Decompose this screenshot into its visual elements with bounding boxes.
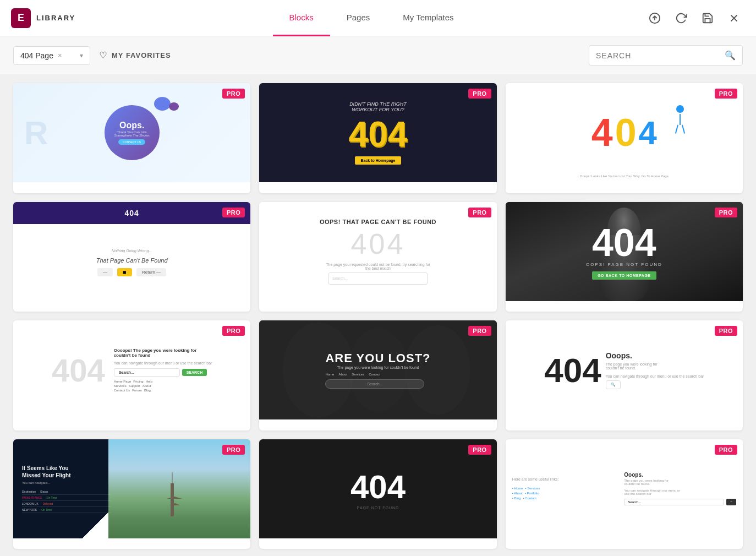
search-icon: 🔍	[725, 50, 736, 61]
pro-badge: PRO	[468, 208, 491, 217]
pro-badge: PRO	[222, 208, 245, 217]
card2-headline: DIDN'T FIND THE RIGHTWORKOUT FOR YOU?	[349, 101, 407, 112]
pro-badge: PRO	[222, 89, 245, 99]
card7-sub: You can navigate through our menu or use…	[114, 361, 212, 365]
card6-oops-text: OOPS! PAGE NOT FOUND	[586, 262, 662, 267]
card12-go-btn: →	[726, 499, 736, 505]
card2-back-button: Back to Homepage	[355, 156, 401, 165]
card11-sub: PAGE NOT FOUND	[357, 506, 399, 510]
tab-pages[interactable]: Pages	[330, 0, 387, 36]
template-card-3[interactable]: 4 0 4 Ooops! Looks Like You've Lost Your…	[506, 83, 743, 193]
template-card-4[interactable]: 404 Nothing Going Wrong... That Page Can…	[13, 202, 250, 312]
tab-my-templates[interactable]: My Templates	[386, 0, 470, 36]
card12-title: Ooops.	[624, 472, 736, 478]
card3-zero: 0	[615, 111, 637, 155]
card10-title: It Seems Like YouMissed Your Flight	[22, 465, 111, 479]
tab-bar: Blocks Pages My Templates	[110, 0, 633, 36]
card4-subtitle: Nothing Going Wrong...	[112, 249, 152, 253]
card4-btn3: Return —	[136, 268, 166, 276]
template-card-5[interactable]: OOPS! THAT PAGE CAN'T BE FOUND 404 The p…	[259, 202, 496, 312]
filter-label: 404 Page	[20, 51, 53, 60]
heart-icon: ♡	[99, 50, 107, 61]
card7-search-input: Search...	[114, 368, 180, 377]
filter-chevron-icon: ▾	[80, 52, 83, 59]
filter-clear-button[interactable]: ×	[58, 51, 62, 59]
card2-big-number: 404	[349, 117, 408, 152]
card4-header: 404	[13, 202, 250, 224]
card3-four-right: 4	[639, 114, 657, 152]
favorites-label: MY FAVORITES	[112, 51, 171, 59]
template-card-1[interactable]: R Oops. Thank You Can LikeSomewhere The …	[13, 83, 250, 193]
card12-here: Here are some useful links:	[512, 477, 618, 481]
card7-big-number: 404	[52, 352, 105, 389]
template-card-9[interactable]: 404 Ooops. The page you were looking for…	[506, 320, 743, 430]
card8-search-bar: Search...	[325, 379, 424, 389]
pro-badge: PRO	[715, 89, 737, 99]
card9-ooops: Ooops.	[606, 351, 704, 360]
pro-badge: PRO	[468, 89, 491, 99]
pro-badge: PRO	[222, 326, 245, 336]
card5-subtitle: The page you requested could not be foun…	[323, 263, 433, 270]
upload-button[interactable]	[646, 9, 664, 27]
search-area: 🔍	[589, 45, 743, 66]
header-actions	[633, 9, 756, 27]
template-card-12[interactable]: Here are some useful links: • Home• Serv…	[506, 439, 743, 549]
pro-badge: PRO	[715, 445, 737, 455]
card10-sub: You can navigate...	[22, 481, 111, 484]
card1-circle: Oops. Thank You Can LikeSomewhere The Sh…	[105, 105, 160, 160]
card3-four-left: 4	[591, 111, 613, 155]
category-filter-dropdown[interactable]: 404 Page × ▾	[13, 46, 90, 65]
card8-subtitle: The page you were looking for couldn't b…	[325, 366, 430, 369]
card11-big-number: 404	[350, 468, 406, 506]
toolbar: 404 Page × ▾ ♡ MY FAVORITES 🔍	[0, 36, 756, 74]
pro-badge: PRO	[715, 326, 737, 336]
template-card-7[interactable]: 404 Oooops! The page you were looking fo…	[13, 320, 250, 430]
save-button[interactable]	[699, 9, 716, 27]
refresh-button[interactable]	[672, 9, 690, 27]
card12-sub2: You can navigate through our menu oruse …	[624, 489, 736, 495]
template-card-8[interactable]: ARE YOU LOST? The page you were looking …	[259, 320, 496, 430]
search-input[interactable]	[596, 51, 720, 60]
tab-blocks[interactable]: Blocks	[273, 0, 330, 36]
card6-homepage-btn: GO BACK TO HOMEPAGE	[592, 271, 656, 280]
card5-big-number: 404	[351, 227, 406, 260]
card12-search-input: Search...	[624, 499, 724, 505]
card5-heading: OOPS! THAT PAGE CAN'T BE FOUND	[320, 219, 436, 225]
library-title: LIBRARY	[36, 14, 75, 22]
template-grid: R Oops. Thank You Can LikeSomewhere The …	[0, 74, 756, 556]
pro-badge: PRO	[468, 445, 491, 455]
template-card-10[interactable]: It Seems Like YouMissed Your Flight You …	[13, 439, 250, 549]
card9-big-number: 404	[544, 351, 601, 390]
card9-sub: The page you were looking forcouldn't be…	[606, 362, 704, 370]
card7-nav-links: Home PagePricingHelp	[114, 380, 212, 383]
card12-sub: The page you were looking forcouldn't be…	[624, 479, 736, 486]
card1-letter: R	[24, 114, 48, 152]
pro-badge: PRO	[468, 326, 491, 336]
header: E LIBRARY Blocks Pages My Templates	[0, 0, 756, 36]
close-button[interactable]	[725, 9, 743, 27]
card4-btn2: ◼	[117, 268, 132, 276]
card12-link-row1: • Home• Services	[512, 487, 618, 490]
card4-title: That Page Can't Be Found	[96, 257, 168, 264]
logo-area: E LIBRARY	[0, 8, 110, 28]
pro-badge: PRO	[715, 208, 737, 217]
template-card-11[interactable]: 404 PAGE NOT FOUND PRO	[259, 439, 496, 549]
template-card-6[interactable]: 404 OOPS! PAGE NOT FOUND GO BACK TO HOME…	[506, 202, 743, 312]
card9-sub2: You can navigate through our menu or use…	[606, 374, 704, 378]
card9-search-btn: 🔍	[606, 380, 621, 389]
card4-btn1: —	[97, 268, 113, 276]
template-card-2[interactable]: DIDN'T FIND THE RIGHTWORKOUT FOR YOU? 40…	[259, 83, 496, 193]
pro-badge: PRO	[222, 445, 245, 455]
elementor-logo-icon: E	[11, 8, 31, 28]
card7-search-btn: SEARCH	[182, 369, 207, 376]
card8-heading: ARE YOU LOST?	[325, 351, 430, 366]
favorites-button[interactable]: ♡ MY FAVORITES	[99, 50, 171, 61]
card6-big-number: 404	[592, 224, 656, 262]
card7-title: Oooops! The page you were looking forcou…	[114, 348, 212, 358]
